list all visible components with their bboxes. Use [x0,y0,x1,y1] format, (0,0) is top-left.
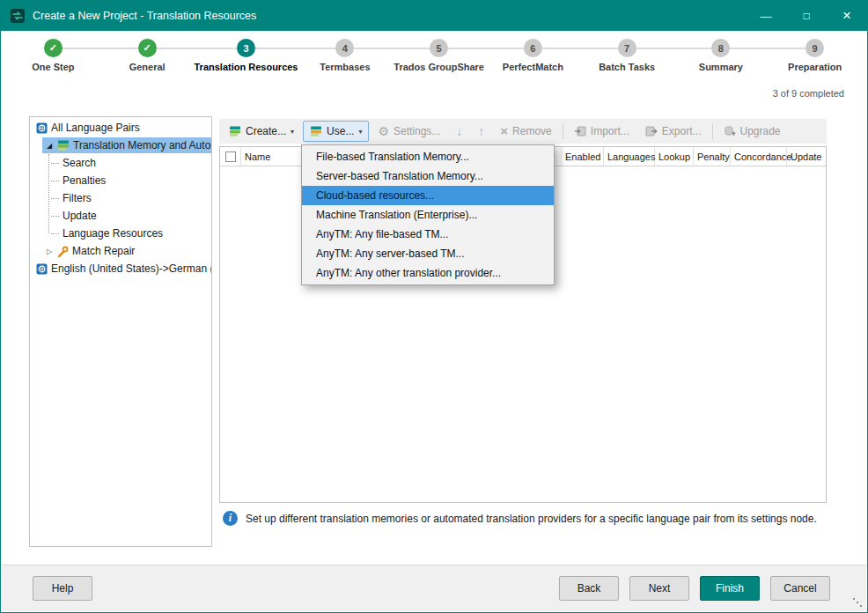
arrow-up-icon: ↑ [478,125,484,137]
help-button[interactable]: Help [33,576,92,601]
step-number: 7 [618,39,636,57]
export-icon [645,125,658,137]
tree-item-update[interactable]: Update [30,207,211,225]
tree-item-all-language-pairs[interactable]: All Language Pairs [30,119,211,137]
move-down-button[interactable]: ↓ [449,121,469,142]
close-button[interactable]: × [827,1,867,31]
tree-item-label: Penalties [63,174,106,187]
column-header-concordance[interactable]: Concordance [731,147,787,166]
wizard-step-translation-resources[interactable]: 3 Translation Resources [195,33,298,85]
column-header-languages[interactable]: Languages [604,147,655,166]
tree-item-label: All Language Pairs [51,122,140,134]
step-number: 6 [524,39,542,57]
settings-button-label: Settings... [394,125,440,137]
expander-expanded-icon[interactable]: ◢ [45,142,54,150]
remove-button[interactable]: × Remove [493,121,558,142]
translation-memory-icon [310,125,322,137]
tree-item-language-resources[interactable]: Language Resources [30,225,211,242]
tree-connector [51,163,59,164]
minimize-icon: — [761,10,772,23]
wizard-step-preparation[interactable]: 9 Preparation [768,33,862,85]
tree-item-label: Language Resources [63,227,163,240]
progress-text: 3 of 9 completed [773,88,844,99]
column-header-update[interactable]: Update [787,147,826,166]
create-button-label: Create... [246,125,286,137]
menu-item-anytm-file-based[interactable]: AnyTM: Any file-based TM... [302,225,554,244]
step-number: 3 [237,39,255,57]
step-number: 8 [711,39,730,57]
column-header-enabled[interactable]: Enabled [562,147,604,166]
select-all-checkbox[interactable] [225,151,236,162]
settings-tree: All Language Pairs ◢ Translation Memory … [29,116,212,547]
info-text: Set up different translation memories or… [246,513,817,525]
wizard-step-summary[interactable]: 8 Summary [674,33,769,85]
wizard-step-perfectmatch[interactable]: 6 PerfectMatch [486,33,580,85]
import-icon [574,125,586,137]
tree-subgroup: Search Penalties Filters Update Language… [30,154,211,242]
back-button[interactable]: Back [559,576,619,601]
maximize-icon: □ [803,10,809,22]
remove-button-label: Remove [512,125,552,137]
step-label: One Step [6,62,100,72]
wizard-step-batch-tasks[interactable]: 7 Batch Tasks [580,33,674,85]
step-number: 5 [430,39,448,57]
finish-button[interactable]: Finish [700,576,760,601]
tree-connector [51,181,59,181]
close-icon: × [842,7,851,25]
wrench-icon [57,246,69,257]
upgrade-button[interactable]: Upgrade [717,121,788,142]
select-all-cell [220,147,241,166]
column-header-penalty[interactable]: Penalty [694,147,731,166]
export-button[interactable]: Export... [638,121,709,142]
create-button[interactable]: Create... ▾ [222,121,301,142]
arrow-down-icon: ↓ [456,125,462,137]
move-up-button[interactable]: ↑ [471,121,491,142]
tree-item-match-repair[interactable]: ▷ Match Repair [30,242,211,260]
menu-item-anytm-other-provider[interactable]: AnyTM: Any other translation provider... [302,263,554,283]
tree-connector [51,198,59,199]
wizard-step-general[interactable]: ✓ General [100,33,195,85]
import-button[interactable]: Import... [567,121,636,142]
tree-item-label: English (United States)->German (Ge [51,262,212,275]
tree-item-label: Match Repair [72,245,135,257]
toolbar-separator [563,123,563,139]
gear-icon: ⚙ [378,125,389,137]
step-number: 4 [335,39,354,57]
tree-item-language-pair-en-de[interactable]: English (United States)->German (Ge [30,260,211,277]
step-label: Translation Resources [195,62,298,72]
cancel-button[interactable]: Cancel [770,576,830,601]
translation-memory-icon [57,139,70,151]
step-label: Termbases [298,62,393,72]
title-bar: Create a New Project - Translation Resou… [1,1,867,31]
footer-bar: Help Back Next Finish Cancel [2,565,866,611]
column-header-lookup[interactable]: Lookup [655,147,694,166]
step-number: 9 [805,39,824,57]
next-button[interactable]: Next [629,576,689,601]
menu-item-cloud-based-resources[interactable]: Cloud-based resources... [302,186,554,205]
tree-item-filters[interactable]: Filters [30,189,211,207]
resize-grip[interactable] [860,605,862,607]
menu-item-machine-translation-enterprise[interactable]: Machine Translation (Enterprise)... [302,205,554,225]
wizard-step-one-step[interactable]: ✓ One Step [6,33,100,85]
app-icon [10,8,26,24]
wizard-step-trados-groupshare[interactable]: 5 Trados GroupShare [392,33,486,85]
step-label: PerfectMatch [486,62,580,72]
menu-item-anytm-server-based[interactable]: AnyTM: Any server-based TM... [302,244,554,263]
tree-item-search[interactable]: Search [30,154,211,172]
language-pairs-icon [36,122,48,134]
minimize-button[interactable]: — [746,1,786,31]
tree-item-label: Update [63,210,97,222]
window-title: Create a New Project - Translation Resou… [33,10,256,22]
wizard-step-termbases[interactable]: 4 Termbases [298,33,393,85]
maximize-button[interactable]: □ [786,1,827,31]
expander-collapsed-icon[interactable]: ▷ [45,247,54,255]
use-button[interactable]: Use... ▾ [303,121,369,142]
use-button-label: Use... [327,125,354,137]
menu-item-file-based-tm[interactable]: File-based Translation Memory... [302,147,554,166]
step-label: Batch Tasks [580,62,674,72]
tree-item-translation-memory[interactable]: ◢ Translation Memory and Automa [30,137,211,154]
menu-item-server-based-tm[interactable]: Server-based Translation Memory... [302,166,554,186]
settings-button[interactable]: ⚙ Settings... [371,121,447,142]
info-bar: i Set up different translation memories … [223,511,828,526]
tree-item-penalties[interactable]: Penalties [30,172,211,189]
